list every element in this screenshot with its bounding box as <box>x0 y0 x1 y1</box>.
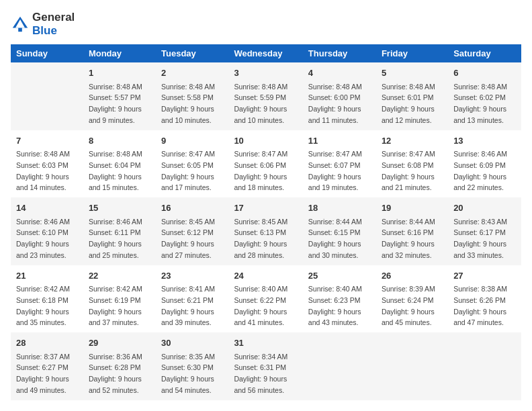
day-cell-4: 11 Sunrise: 8:47 AM Sunset: 6:07 PM Dayl… <box>303 130 376 198</box>
daylight-text: Daylight: 9 hours and 45 minutes. <box>382 308 435 327</box>
daylight-text: Daylight: 9 hours and 47 minutes. <box>453 308 506 327</box>
sunrise-text: Sunrise: 8:48 AM <box>453 83 507 91</box>
sunrise-text: Sunrise: 8:41 AM <box>161 285 215 293</box>
day-cell-1: 22 Sunrise: 8:42 AM Sunset: 6:19 PM Dayl… <box>83 265 156 333</box>
sunrise-text: Sunrise: 8:42 AM <box>89 285 142 293</box>
sunrise-text: Sunrise: 8:48 AM <box>89 83 142 91</box>
sunset-text: Sunset: 6:09 PM <box>453 161 506 169</box>
sunset-text: Sunset: 6:31 PM <box>234 363 286 371</box>
day-number: 17 <box>234 201 297 215</box>
day-cell-2: 9 Sunrise: 8:47 AM Sunset: 6:05 PM Dayli… <box>156 130 228 198</box>
day-cell-0: 21 Sunrise: 8:42 AM Sunset: 6:18 PM Dayl… <box>11 265 83 333</box>
daylight-text: Daylight: 9 hours and 32 minutes. <box>382 240 435 259</box>
sunrise-text: Sunrise: 8:47 AM <box>382 150 435 158</box>
day-number: 8 <box>89 134 150 148</box>
daylight-text: Daylight: 9 hours and 15 minutes. <box>89 173 142 192</box>
sunset-text: Sunset: 6:27 PM <box>16 363 69 371</box>
logo-general: General <box>32 11 75 24</box>
calendar-table: SundayMondayTuesdayWednesdayThursdayFrid… <box>11 44 521 400</box>
day-cell-6: 20 Sunrise: 8:43 AM Sunset: 6:17 PM Dayl… <box>448 197 521 265</box>
daylight-text: Daylight: 9 hours and 18 minutes. <box>234 173 287 192</box>
sunrise-text: Sunrise: 8:46 AM <box>453 150 507 158</box>
day-number: 29 <box>89 336 150 350</box>
sunset-text: Sunset: 6:06 PM <box>234 161 286 169</box>
sunset-text: Sunset: 6:19 PM <box>89 296 141 304</box>
day-cell-1: 8 Sunrise: 8:48 AM Sunset: 6:04 PM Dayli… <box>83 130 156 198</box>
daylight-text: Daylight: 9 hours and 21 minutes. <box>382 173 435 192</box>
day-cell-0: 28 Sunrise: 8:37 AM Sunset: 6:27 PM Dayl… <box>11 332 83 400</box>
day-number: 25 <box>308 269 371 283</box>
day-cell-4: 18 Sunrise: 8:44 AM Sunset: 6:15 PM Dayl… <box>303 197 376 265</box>
daylight-text: Daylight: 9 hours and 22 minutes. <box>453 173 506 192</box>
day-cell-4 <box>303 332 376 400</box>
col-header-thursday: Thursday <box>303 44 376 62</box>
day-number: 22 <box>89 269 150 283</box>
day-number: 14 <box>16 201 78 215</box>
day-number: 1 <box>89 66 150 80</box>
day-number: 13 <box>453 134 516 148</box>
daylight-text: Daylight: 9 hours and 52 minutes. <box>89 375 142 394</box>
day-number: 18 <box>308 201 371 215</box>
sunset-text: Sunset: 6:01 PM <box>382 93 434 101</box>
day-cell-1: 29 Sunrise: 8:36 AM Sunset: 6:28 PM Dayl… <box>83 332 156 400</box>
sunrise-text: Sunrise: 8:46 AM <box>16 218 70 226</box>
sunset-text: Sunset: 6:23 PM <box>308 296 361 304</box>
sunset-text: Sunset: 6:22 PM <box>234 296 286 304</box>
day-number: 23 <box>161 269 223 283</box>
day-cell-5: 19 Sunrise: 8:44 AM Sunset: 6:16 PM Dayl… <box>376 197 448 265</box>
day-number: 7 <box>16 134 78 148</box>
sunset-text: Sunset: 6:10 PM <box>16 228 69 236</box>
sunrise-text: Sunrise: 8:37 AM <box>16 353 70 361</box>
day-number: 12 <box>382 134 443 148</box>
logo-icon <box>11 15 30 34</box>
sunrise-text: Sunrise: 8:46 AM <box>89 218 142 226</box>
sunrise-text: Sunrise: 8:47 AM <box>161 150 215 158</box>
logo-blue: Blue <box>32 24 57 37</box>
sunrise-text: Sunrise: 8:36 AM <box>89 353 142 361</box>
day-cell-2: 16 Sunrise: 8:45 AM Sunset: 6:12 PM Dayl… <box>156 197 228 265</box>
daylight-text: Daylight: 9 hours and 37 minutes. <box>89 308 142 327</box>
day-cell-3: 3 Sunrise: 8:48 AM Sunset: 5:59 PM Dayli… <box>228 62 302 130</box>
week-row-5: 28 Sunrise: 8:37 AM Sunset: 6:27 PM Dayl… <box>11 332 521 400</box>
day-cell-2: 2 Sunrise: 8:48 AM Sunset: 5:58 PM Dayli… <box>156 62 228 130</box>
day-cell-3: 24 Sunrise: 8:40 AM Sunset: 6:22 PM Dayl… <box>228 265 302 333</box>
logo: General Blue <box>11 11 75 38</box>
day-cell-1: 15 Sunrise: 8:46 AM Sunset: 6:11 PM Dayl… <box>83 197 156 265</box>
col-header-wednesday: Wednesday <box>228 44 302 62</box>
col-header-friday: Friday <box>376 44 448 62</box>
sunrise-text: Sunrise: 8:34 AM <box>234 353 287 361</box>
daylight-text: Daylight: 9 hours and 27 minutes. <box>161 240 214 259</box>
daylight-text: Daylight: 9 hours and 9 minutes. <box>89 105 142 124</box>
day-number: 19 <box>382 201 443 215</box>
week-row-4: 21 Sunrise: 8:42 AM Sunset: 6:18 PM Dayl… <box>11 265 521 333</box>
day-number: 30 <box>161 336 223 350</box>
sunrise-text: Sunrise: 8:48 AM <box>234 83 287 91</box>
day-cell-3: 17 Sunrise: 8:45 AM Sunset: 6:13 PM Dayl… <box>228 197 302 265</box>
daylight-text: Daylight: 9 hours and 30 minutes. <box>308 240 361 259</box>
sunrise-text: Sunrise: 8:47 AM <box>234 150 287 158</box>
daylight-text: Daylight: 9 hours and 28 minutes. <box>234 240 287 259</box>
day-cell-2: 30 Sunrise: 8:35 AM Sunset: 6:30 PM Dayl… <box>156 332 228 400</box>
day-number: 9 <box>161 134 223 148</box>
day-cell-5: 26 Sunrise: 8:39 AM Sunset: 6:24 PM Dayl… <box>376 265 448 333</box>
day-cell-5: 5 Sunrise: 8:48 AM Sunset: 6:01 PM Dayli… <box>376 62 448 130</box>
day-number: 28 <box>16 336 78 350</box>
sunrise-text: Sunrise: 8:45 AM <box>161 218 215 226</box>
day-number: 21 <box>16 269 78 283</box>
sunset-text: Sunset: 6:03 PM <box>16 161 69 169</box>
sunrise-text: Sunrise: 8:48 AM <box>308 83 362 91</box>
sunrise-text: Sunrise: 8:39 AM <box>382 285 435 293</box>
sunrise-text: Sunrise: 8:42 AM <box>16 285 70 293</box>
day-cell-4: 25 Sunrise: 8:40 AM Sunset: 6:23 PM Dayl… <box>303 265 376 333</box>
sunset-text: Sunset: 6:13 PM <box>234 228 286 236</box>
daylight-text: Daylight: 9 hours and 25 minutes. <box>89 240 142 259</box>
sunrise-text: Sunrise: 8:48 AM <box>161 83 215 91</box>
day-cell-3: 31 Sunrise: 8:34 AM Sunset: 6:31 PM Dayl… <box>228 332 302 400</box>
sunrise-text: Sunrise: 8:47 AM <box>308 150 362 158</box>
day-cell-6: 13 Sunrise: 8:46 AM Sunset: 6:09 PM Dayl… <box>448 130 521 198</box>
sunset-text: Sunset: 5:58 PM <box>161 93 214 101</box>
sunset-text: Sunset: 6:30 PM <box>161 363 214 371</box>
day-cell-0: 14 Sunrise: 8:46 AM Sunset: 6:10 PM Dayl… <box>11 197 83 265</box>
day-cell-6: 6 Sunrise: 8:48 AM Sunset: 6:02 PM Dayli… <box>448 62 521 130</box>
day-number: 15 <box>89 201 150 215</box>
